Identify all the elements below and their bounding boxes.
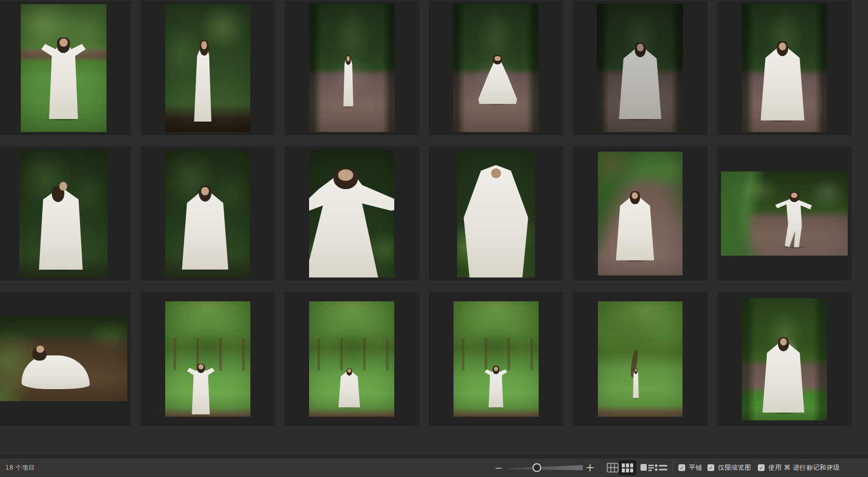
fig-dress [760,343,806,413]
fig-dress [759,48,807,121]
fig-dress [630,370,642,398]
fig-head [59,38,68,47]
figure-silhouette [630,368,642,399]
thumbnail-cell[interactable] [141,1,275,135]
photo-thumbnail[interactable] [598,152,683,275]
fig-head [198,364,204,369]
thumbnail-cell[interactable] [141,147,275,281]
tile-checkbox-group: 平铺 [678,463,702,472]
figure-silhouette [35,183,87,270]
figure-silhouette [760,337,806,413]
fig-dress [36,44,91,120]
figure-silhouette [180,186,230,270]
photo-thumbnail[interactable] [21,4,106,132]
thumbnail-cell[interactable] [429,292,564,426]
thumbnail-cell[interactable] [573,292,707,426]
grid-view-icon-selected[interactable] [619,460,636,475]
fig-head [36,346,45,352]
figure-silhouette [185,40,223,122]
thumbnail-cell[interactable] [717,1,852,135]
photo-thumbnail[interactable] [309,301,394,417]
figure-silhouette [482,366,510,407]
thumbnail-cell[interactable] [717,147,852,281]
photo-thumbnail[interactable] [598,301,683,417]
fig-head [637,44,644,51]
cmd-rating-checkbox[interactable] [758,465,765,471]
thumbnail-cell[interactable] [141,292,275,426]
status-bar: 18 个项目 − + [0,458,868,477]
thumbnail-cell[interactable] [0,147,131,281]
thumbnails-only-checkbox[interactable] [707,465,714,471]
thumbnail-cell[interactable] [285,1,419,135]
photo-thumbnail[interactable] [165,150,250,277]
tile-checkbox[interactable] [678,465,685,471]
fig-dress [478,59,517,104]
fig-dress [459,165,533,277]
zoom-slider-knob[interactable] [532,463,541,472]
zoom-out-icon[interactable]: − [495,463,503,473]
thumbnail-cell[interactable] [0,1,131,135]
list-view-icon[interactable] [655,463,667,472]
fig-dress [183,368,218,415]
thumbnail-cell[interactable] [429,147,564,281]
photo-thumbnail[interactable] [453,301,539,417]
fig-dress [614,197,656,261]
figure-silhouette [459,163,533,277]
thumbnail-cell[interactable] [717,292,852,426]
fig-head [60,182,68,191]
thumbnails-only-checkbox-group: 仅限缩览图 [707,463,752,472]
photo-thumbnail[interactable] [309,150,394,277]
thumbnail-grid [0,1,851,426]
photo-thumbnail[interactable] [457,150,535,277]
photo-thumbnail[interactable] [19,150,108,277]
statusbar-separator [673,461,673,474]
fig-dress [482,369,510,407]
thumbnail-cell[interactable] [573,147,707,281]
fig-head [635,369,637,372]
fig-dress [338,372,361,407]
cmd-rating-checkbox-label: 使用 ⌘ 进行标记和评级 [768,463,840,472]
photo-thumbnail[interactable] [742,4,827,132]
figure-silhouette [22,346,90,389]
thumbnail-cell[interactable] [0,292,131,426]
fig-head [491,168,501,178]
fig-dress [773,196,815,247]
thumbnail-cell[interactable] [285,292,419,426]
fig-head [338,169,353,181]
figure-silhouette [309,168,394,277]
photo-thumbnail[interactable] [0,317,127,401]
photo-thumbnail[interactable] [721,171,848,256]
fig-head [779,43,786,50]
photo-thumbnail[interactable] [165,301,250,417]
fig-dress [180,192,230,270]
zoom-slider-track[interactable] [508,465,583,471]
figure-silhouette [183,364,218,415]
thumbnail-cell[interactable] [573,1,707,135]
figure-silhouette [478,55,517,104]
thumbnail-cell[interactable] [429,1,564,135]
figure-silhouette [36,37,91,119]
fig-head [348,369,351,373]
fig-head [202,41,207,49]
fig-head [780,338,787,346]
fig-head [202,187,209,195]
photo-thumbnail[interactable] [165,4,250,132]
photo-thumbnail[interactable] [453,4,539,132]
compact-grid-view-icon[interactable] [607,463,619,473]
fig-head [791,193,797,198]
zoom-in-icon[interactable]: + [585,462,595,473]
figure-silhouette [617,43,663,120]
photo-thumbnail[interactable] [597,4,683,132]
fig-head [347,56,350,61]
figure-silhouette [338,55,359,106]
photo-thumbnail[interactable] [309,4,395,132]
figure-silhouette [759,41,807,121]
item-count-label: 18 个项目 [5,463,35,472]
figure-silhouette [773,192,815,247]
fig-dress [35,190,87,270]
grid-view-icon [622,463,633,472]
thumbnail-list-view-icon[interactable] [640,463,654,472]
thumbnail-cell[interactable] [285,147,419,281]
photo-thumbnail[interactable] [742,298,827,420]
zoom-slider[interactable] [508,463,583,472]
